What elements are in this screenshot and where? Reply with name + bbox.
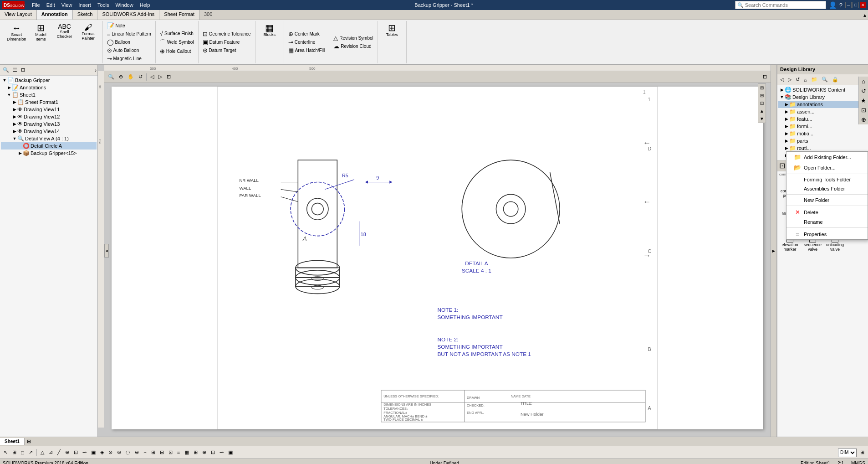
tree-item-view11[interactable]: ▶ 👁 Drawing View11 [1,106,97,113]
favorites-lib-button[interactable]: ★ [859,96,868,105]
bt14[interactable]: ⊛ [115,448,123,457]
weld-symbol-button[interactable]: ⌒ Weld Symbol [158,38,195,47]
tree-item-sheet-format1[interactable]: ▶ 📋 Sheet Format1 [1,98,97,106]
note-button[interactable]: 📝 Note [106,22,153,30]
tab-annotation[interactable]: Annotation [37,10,73,20]
bt16[interactable]: ⊖ [133,448,141,457]
revision-cloud-button[interactable]: ☁ Revision Cloud [332,42,374,50]
back-lib-button[interactable]: ◁ [778,75,786,84]
menu-edit[interactable]: Edit [44,1,58,9]
bt11[interactable]: ▣ [89,448,97,457]
zoom-fit-button[interactable]: 🔍 [106,72,116,81]
tree-motio[interactable]: ▶ 📁 motio... [778,130,867,137]
tree-featu[interactable]: ▶ 📁 featu... [778,115,867,123]
tables-button[interactable]: ⊞ Tables [381,22,403,38]
bt21[interactable]: ≡ [175,449,182,457]
tree-item-backup-gripper[interactable]: ▼ 📄 Backup Gripper [1,77,97,84]
area-hatch-button[interactable]: ▦ Area Hatch/Fill [287,46,327,54]
next-view-canvas[interactable]: ▼ [758,115,766,123]
magnetic-line-button[interactable]: ⊸ Magnetic Line [106,55,153,62]
menu-tools[interactable]: Tools [95,1,112,9]
search-box[interactable]: 🔍 [735,1,826,9]
ctx-delete[interactable]: ✕ Delete [786,207,868,217]
tab-view-layout[interactable]: View Layout [0,10,37,20]
add-sheet-button[interactable]: ⊞ [25,438,33,445]
add-folder-lib-button[interactable]: 📁 [809,75,819,84]
bt3[interactable]: □ [19,449,26,457]
minimize-button[interactable]: ─ [845,2,852,8]
refresh2-lib-button[interactable]: ↺ [794,75,802,84]
close-button[interactable]: ✕ [860,2,866,8]
search-lib-button[interactable]: 🔍 [820,75,830,84]
left-collapse-handle[interactable]: ◄ [104,244,109,258]
zoom-in-canvas[interactable]: ⊞ [758,84,766,92]
tree-routi[interactable]: ▶ 📁 routi... [778,144,867,152]
model-items-button[interactable]: ⊞ ModelItems [30,22,52,43]
balloon-button[interactable]: ◯ Balloon [106,38,153,46]
tree-design-library[interactable]: ▼ 📚 Design Library [778,93,867,101]
help-icon[interactable]: ? [839,2,842,9]
menu-file[interactable]: File [29,1,43,9]
hole-callout-button[interactable]: ⊕ Hole Callout [158,47,195,55]
bt10[interactable]: ⊸ [81,448,88,457]
geometric-tolerance-button[interactable]: ⊡ Geometric Tolerance [201,30,252,38]
ctx-add-existing-folder[interactable]: 📁 Add Existing Folder... [786,152,868,162]
tree-formi[interactable]: ▶ 📁 formi... [778,123,867,130]
previous-view-button[interactable]: ◁ [148,72,156,81]
datum-feature-button[interactable]: ▣ Datum Feature [201,38,252,46]
ctx-properties[interactable]: ≡ Properties [786,229,868,239]
3d-lib-button[interactable]: ⊕ [859,115,868,124]
lock-lib-button[interactable]: 🔒 [830,75,840,84]
format-painter-button[interactable]: 🖌 FormatPainter [77,22,100,43]
bt2[interactable]: ⊞ [10,448,18,457]
ctx-forming-tools[interactable]: Forming Tools Folder [786,175,868,184]
menu-help[interactable]: Help [137,1,153,9]
linear-note-pattern-button[interactable]: ≡ Linear Note Pattern [106,30,153,38]
tree-annotations-lib[interactable]: ▶ 📁 annotations [778,101,867,108]
bt13[interactable]: ⊙ [107,448,114,457]
bt17[interactable]: ⌢ [142,448,148,457]
dim-dropdown[interactable]: DIM [838,448,857,457]
tree-item-annotations[interactable]: ▶ 📝 Annotations [1,84,97,91]
bt8[interactable]: ⊕ [63,448,71,457]
forward-lib-button[interactable]: ▷ [786,75,793,84]
tree-solidworks-content[interactable]: ▶ 🌐 SOLIDWORKS Content [778,86,867,93]
tree-item-view12[interactable]: ▶ 👁 Drawing View12 [1,113,97,120]
fit-view-button[interactable]: ⊡ [761,72,769,81]
zoom-fit-canvas[interactable]: ⊡ [758,99,766,107]
pan-button[interactable]: ✋ [126,72,136,81]
menu-insert[interactable]: Insert [76,1,94,9]
tab-sheet-format[interactable]: Sheet Format [159,10,199,20]
bt1[interactable]: ↖ [2,448,10,457]
bt12[interactable]: ◈ [98,448,106,457]
maximize-button[interactable]: □ [853,2,859,8]
tree-item-backup-gripper-15[interactable]: ▶ 📦 Backup Gripper<15> [1,150,97,157]
drawing-canvas[interactable]: 1 ← ← → [112,87,763,429]
refresh-lib-button[interactable]: ↺ [859,86,868,96]
user-icon[interactable]: 👤 [829,1,837,9]
menu-view[interactable]: View [59,1,75,9]
bt9[interactable]: ⊡ [72,448,80,457]
tree-item-detail-circle-a[interactable]: ⭕ Detail Circle A [1,142,97,150]
sheet-tab-sheet1[interactable]: Sheet1 [0,438,25,445]
spell-checker-button[interactable]: ABC SpellChecker [53,22,76,43]
tree-item-sheet1[interactable]: ▼ 📋 Sheet1 [1,91,97,98]
bt23[interactable]: ⊞ [192,448,199,457]
zoom-out-canvas[interactable]: ⊟ [758,92,766,99]
bt18[interactable]: ⊞ [149,448,157,457]
palette-lib-button[interactable]: ⊡ [859,105,868,115]
bt4[interactable]: ↗ [27,448,35,457]
tab-sketch[interactable]: Sketch [73,10,98,20]
icon-view-button[interactable]: ⊞ [19,66,27,74]
bt22[interactable]: ▦ [183,448,191,457]
tree-item-view14[interactable]: ▶ 👁 Drawing View14 [1,128,97,135]
right-collapse-button[interactable]: ► [771,65,777,437]
dim-extra-button[interactable]: ⊞ [858,448,866,457]
tree-parts[interactable]: ▶ 📁 parts [778,137,867,144]
tree-item-view13[interactable]: ▶ 👁 Drawing View13 [1,120,97,128]
prev-view-canvas[interactable]: ▲ [758,107,766,115]
view-options-button[interactable]: ⊡ [165,72,173,81]
bt6[interactable]: ⊿ [47,448,55,457]
tab-addins[interactable]: SOLIDWORKS Add-Ins [97,10,159,20]
bt26[interactable]: ⊸ [218,448,225,457]
